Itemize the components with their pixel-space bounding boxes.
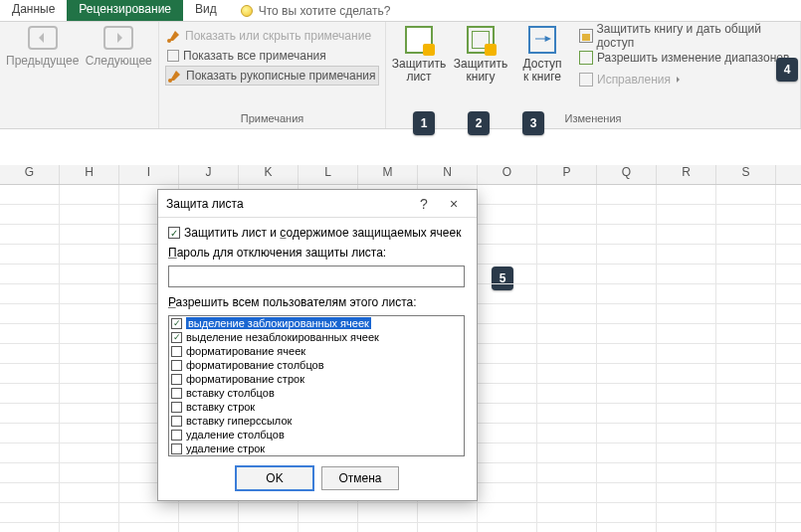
permission-label: форматирование столбцов	[186, 359, 324, 371]
chevron-down-icon	[677, 77, 683, 83]
permissions-listbox[interactable]: выделение заблокированных ячееквыделение…	[168, 315, 465, 456]
group-navigation: Предыдущее Следующее	[0, 22, 159, 128]
protect-contents-checkbox[interactable]	[168, 227, 180, 239]
cancel-button[interactable]: Отмена	[321, 466, 399, 490]
comment-icon	[167, 29, 181, 43]
permission-item[interactable]: вставку гиперссылок	[169, 414, 464, 428]
column-header[interactable]: H	[60, 165, 119, 184]
permission-checkbox[interactable]	[171, 402, 182, 413]
tab-data[interactable]: Данные	[0, 0, 67, 21]
prev-label: Предыдущее	[6, 54, 79, 68]
permission-item[interactable]: форматирование ячеек	[169, 344, 464, 358]
permission-checkbox[interactable]	[171, 318, 182, 329]
notes-group-label: Примечания	[165, 110, 379, 124]
changes-group-label: Изменения	[392, 110, 794, 124]
next-icon	[103, 26, 133, 50]
protect-and-share-button[interactable]: Защитить книгу и дать общий доступ	[577, 26, 794, 46]
permission-label: удаление строк	[186, 443, 265, 454]
protect-sheet-button[interactable]: Защитить лист	[392, 26, 446, 84]
show-hide-comment-button[interactable]: Показать или скрыть примечание	[165, 26, 379, 46]
tab-view[interactable]: Вид	[183, 0, 229, 21]
tab-review[interactable]: Рецензирование	[67, 0, 183, 21]
column-header[interactable]: I	[119, 165, 179, 184]
range-icon	[579, 51, 593, 65]
permission-label: форматирование строк	[186, 373, 304, 385]
pen-icon	[168, 69, 182, 83]
permission-label: вставку столбцов	[186, 387, 275, 399]
share-workbook-button[interactable]: Доступ к книге	[515, 26, 569, 84]
dialog-title: Защита листа	[166, 197, 409, 211]
show-ink-button[interactable]: Показать рукописные примечания	[165, 66, 379, 86]
permission-item[interactable]: выделение заблокированных ячеек	[169, 316, 464, 330]
permission-item[interactable]: вставку столбцов	[169, 386, 464, 400]
permission-checkbox[interactable]	[171, 360, 182, 371]
next-label: Следующее	[86, 54, 152, 68]
protect-contents-label: Защитить лист и содержимое защищаемых яч…	[184, 226, 461, 240]
column-header[interactable]: J	[179, 165, 239, 184]
group-notes: Показать или скрыть примечание Показать …	[159, 22, 386, 128]
column-header[interactable]: L	[299, 165, 358, 184]
column-header[interactable]: M	[358, 165, 418, 184]
lock-icon	[579, 29, 593, 43]
column-header[interactable]: G	[0, 165, 60, 184]
permission-item[interactable]: вставку строк	[169, 400, 464, 414]
permission-label: выделение незаблокированных ячеек	[186, 331, 379, 343]
permission-item[interactable]: удаление строк	[169, 442, 464, 455]
column-header[interactable]: K	[239, 165, 299, 184]
permission-label: форматирование ячеек	[186, 345, 305, 357]
lightbulb-icon	[241, 5, 253, 17]
permission-item[interactable]: форматирование строк	[169, 372, 464, 386]
permission-item[interactable]: выделение незаблокированных ячеек	[169, 330, 464, 344]
permission-label: вставку строк	[186, 401, 255, 413]
dialog-close-button[interactable]: ×	[439, 196, 469, 212]
permission-checkbox[interactable]	[171, 332, 182, 343]
column-header[interactable]: N	[418, 165, 478, 184]
column-header[interactable]: P	[537, 165, 597, 184]
permissions-label: Разрешить всем пользователям этого листа…	[168, 295, 417, 309]
permission-checkbox[interactable]	[171, 443, 182, 454]
ok-button[interactable]: OK	[236, 466, 313, 490]
column-header[interactable]: S	[716, 165, 776, 184]
checkbox-icon	[167, 50, 179, 62]
permission-checkbox[interactable]	[171, 416, 182, 427]
protect-workbook-button[interactable]: Защитить книгу	[454, 26, 507, 84]
show-all-comments-button[interactable]: Показать все примечания	[165, 46, 379, 66]
tell-me-label: Что вы хотите сделать?	[259, 4, 391, 18]
permission-checkbox[interactable]	[171, 346, 182, 357]
next-comment-button[interactable]: Следующее	[85, 26, 152, 68]
permission-checkbox[interactable]	[171, 388, 182, 399]
callout-badge-4: 4	[776, 58, 798, 82]
share-workbook-icon	[528, 26, 556, 54]
group-changes: Защитить лист Защитить книгу Доступ к кн…	[386, 22, 801, 128]
permission-checkbox[interactable]	[171, 430, 182, 441]
column-header[interactable]: R	[657, 165, 716, 184]
column-headers[interactable]: GHIJKLMNOPQRS	[0, 165, 801, 185]
prev-icon	[28, 26, 58, 50]
track-changes-button[interactable]: Исправления	[577, 70, 794, 89]
column-header[interactable]: O	[478, 165, 537, 184]
permission-checkbox[interactable]	[171, 374, 182, 385]
prev-comment-button[interactable]: Предыдущее	[6, 26, 79, 68]
password-label: Пароль для отключения защиты листа:	[168, 246, 386, 260]
protect-sheet-icon	[405, 26, 433, 54]
password-input[interactable]	[168, 266, 465, 287]
dialog-help-button[interactable]: ?	[409, 196, 439, 212]
tell-me[interactable]: Что вы хотите сделать?	[229, 0, 403, 21]
protect-sheet-dialog: Защита листа ? × Защитить лист и содержи…	[157, 189, 478, 501]
permission-item[interactable]: форматирование столбцов	[169, 358, 464, 372]
column-header[interactable]: Q	[597, 165, 657, 184]
permission-label: выделение заблокированных ячеек	[186, 317, 371, 329]
track-icon	[579, 73, 593, 87]
permission-label: вставку гиперссылок	[186, 415, 292, 427]
protect-workbook-icon	[467, 26, 495, 54]
permission-item[interactable]: удаление столбцов	[169, 428, 464, 442]
permission-label: удаление столбцов	[186, 429, 285, 441]
allow-edit-ranges-button[interactable]: Разрешить изменение диапазонов	[577, 48, 794, 68]
